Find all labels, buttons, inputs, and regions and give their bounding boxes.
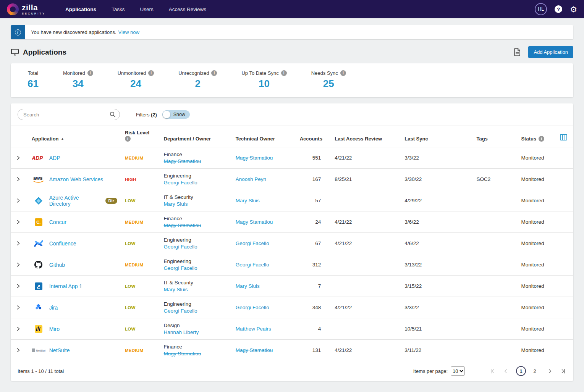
last-access-review-date xyxy=(331,254,401,276)
application-link[interactable]: Confluence xyxy=(49,240,76,247)
expand-row-icon[interactable] xyxy=(15,176,22,183)
technical-owner-link[interactable]: Georgi Facello xyxy=(236,305,269,310)
expand-row-icon[interactable] xyxy=(15,282,22,290)
stat-label: Unmonitored xyxy=(118,70,146,76)
first-page-icon[interactable] xyxy=(489,368,496,374)
status-value: Monitored xyxy=(517,340,556,361)
tags-value xyxy=(472,276,517,297)
tags-value xyxy=(472,297,517,318)
application-link[interactable]: Concur xyxy=(49,219,66,225)
nav-item-tasks[interactable]: Tasks xyxy=(112,6,125,12)
technical-owner-link[interactable]: Matthew Peairs xyxy=(236,326,271,332)
risk-level-info-icon[interactable]: i xyxy=(125,136,131,142)
nav-item-applications[interactable]: Applications xyxy=(65,6,96,12)
status-value: Monitored xyxy=(517,211,556,233)
technical-owner-link[interactable]: Anoosh Peyn xyxy=(236,176,266,182)
stat-info-icon[interactable]: i xyxy=(148,70,154,76)
table-row: JiraLOWEngineeringGeorgi FacelloGeorgi F… xyxy=(11,297,573,318)
expand-row-icon[interactable] xyxy=(15,154,22,161)
department-owner-link[interactable]: Georgi Facello xyxy=(164,180,197,186)
column-last-sync[interactable]: Last Sync xyxy=(401,126,472,147)
filters-show-toggle[interactable]: Show xyxy=(162,110,190,119)
stat-value: 61 xyxy=(28,78,39,90)
expand-row-icon[interactable] xyxy=(15,218,22,226)
department-owner-link[interactable]: Mary Sluis xyxy=(164,201,188,207)
department-owner-link[interactable]: Georgi Facello xyxy=(164,244,197,250)
last-page-icon[interactable] xyxy=(560,368,566,374)
next-page-icon[interactable] xyxy=(547,368,553,374)
technical-owner-link[interactable]: Magy Stamatiou xyxy=(236,347,273,353)
help-icon[interactable]: ? xyxy=(555,5,562,13)
svg-text:aws: aws xyxy=(33,175,43,181)
expand-row-icon[interactable] xyxy=(15,261,22,268)
technical-owner-link[interactable]: Magy Stamatiou xyxy=(236,155,273,161)
application-link[interactable]: NetSuite xyxy=(49,347,70,353)
accounts-count: 67 xyxy=(296,233,331,254)
department-owner-link[interactable]: Georgi Facello xyxy=(164,308,197,314)
dir-badge: Dir xyxy=(105,198,117,204)
application-link[interactable]: Jira xyxy=(49,305,58,311)
department-owner-link[interactable]: Magy Stamatiou xyxy=(164,223,201,228)
status-value: Monitored xyxy=(517,276,556,297)
page-button-1[interactable]: 1 xyxy=(516,366,526,376)
application-link[interactable]: Amazon Web Services xyxy=(49,176,103,182)
department-owner-link[interactable]: Mary Sluis xyxy=(164,287,188,292)
department-owner-link[interactable]: Magy Stamatiou xyxy=(164,158,201,164)
user-avatar[interactable]: HL xyxy=(535,3,547,15)
stat-info-icon[interactable]: i xyxy=(340,70,346,76)
last-sync-date: 3/3/22 xyxy=(401,297,472,318)
application-link[interactable]: Miro xyxy=(49,326,60,332)
nav-item-access-reviews[interactable]: Access Reviews xyxy=(169,6,206,12)
technical-owner-link[interactable]: Mary Sluis xyxy=(236,283,260,289)
expand-row-icon[interactable] xyxy=(15,304,22,311)
nav-item-users[interactable]: Users xyxy=(140,6,153,12)
column-last-access-review[interactable]: Last Access Review xyxy=(331,126,401,147)
department-owner-link[interactable]: Magy Stamatiou xyxy=(164,351,201,357)
application-link[interactable]: Azure Active Directory xyxy=(49,195,102,207)
info-banner-icon: i xyxy=(11,25,25,39)
column-settings-icon[interactable] xyxy=(560,134,567,140)
accounts-count: 4 xyxy=(296,318,331,340)
column-accounts[interactable]: Accounts xyxy=(296,126,331,147)
banner-text: You have new discovered applications. xyxy=(31,29,116,35)
expand-row-icon[interactable] xyxy=(15,197,22,204)
pdf-export-icon[interactable] xyxy=(514,48,521,56)
page-button-2[interactable]: 2 xyxy=(530,366,540,376)
application-link[interactable]: ADP xyxy=(49,155,60,161)
previous-page-icon[interactable] xyxy=(503,368,509,374)
application-link[interactable]: Github xyxy=(49,262,65,268)
gear-icon[interactable]: ⚙ xyxy=(570,5,577,13)
expand-row-icon[interactable] xyxy=(15,240,22,247)
adp-logo: ADP xyxy=(32,155,45,161)
column-status[interactable]: Statusi xyxy=(521,136,544,142)
department-owner-link[interactable]: Georgi Facello xyxy=(164,265,197,271)
stat-info-icon[interactable]: i xyxy=(281,70,287,76)
search-icon[interactable] xyxy=(110,111,116,119)
items-per-page-select[interactable]: 10 xyxy=(451,366,465,376)
table-row: NetSuiteNetSuiteMEDIUMFinanceMagy Stamat… xyxy=(11,340,573,361)
expand-row-icon[interactable] xyxy=(15,325,22,332)
technical-owner-link[interactable]: Georgi Facello xyxy=(236,240,269,246)
column-tags[interactable]: Tags xyxy=(472,126,517,147)
add-application-button[interactable]: Add Application xyxy=(528,46,573,58)
column-application[interactable]: Application▲ xyxy=(32,136,64,142)
view-now-link[interactable]: View now xyxy=(118,29,139,35)
toggle-knob[interactable] xyxy=(163,111,170,118)
expand-row-icon[interactable] xyxy=(15,347,22,354)
technical-owner-link[interactable]: Mary Sluis xyxy=(236,198,260,203)
miro-logo xyxy=(32,325,45,333)
brand-name: zilla xyxy=(22,3,45,11)
column-department-owner[interactable]: Department / Owner xyxy=(160,126,232,147)
search-input[interactable] xyxy=(18,109,120,120)
application-link[interactable]: Internal App 1 xyxy=(49,283,82,289)
nav-items: ApplicationsTasksUsersAccess Reviews xyxy=(65,6,206,12)
department-owner-link[interactable]: Hannah Liberty xyxy=(164,329,199,335)
column-technical-owner[interactable]: Technical Owner xyxy=(232,126,296,147)
stats-summary-card: Total61Monitoredi34Unmonitoredi24Unrecog… xyxy=(11,63,573,97)
stat-info-icon[interactable]: i xyxy=(87,70,93,76)
technical-owner-link[interactable]: Magy Stamatiou xyxy=(236,219,273,225)
stat-info-icon[interactable]: i xyxy=(211,70,217,76)
technical-owner-link[interactable]: Georgi Facello xyxy=(236,262,269,268)
status-info-icon[interactable]: i xyxy=(539,136,544,142)
column-risk-level[interactable]: Risk Level i xyxy=(125,130,149,141)
